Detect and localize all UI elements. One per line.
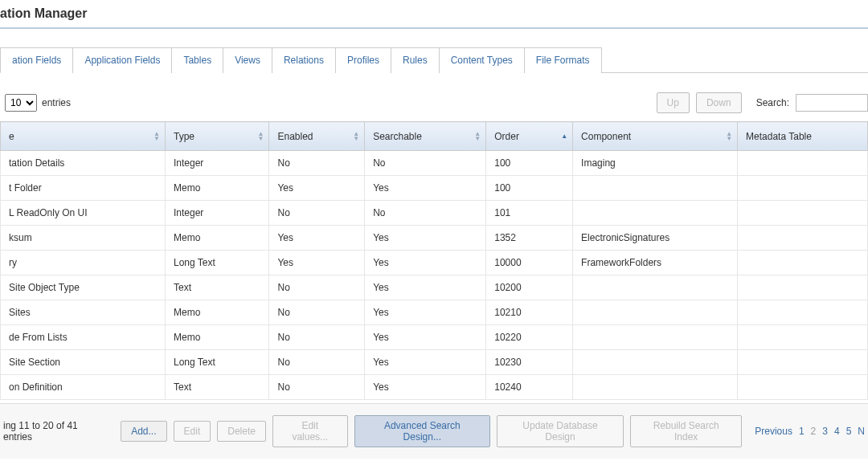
cell-searchable: Yes — [365, 275, 486, 300]
update-db-button[interactable]: Update Database Design — [497, 415, 624, 447]
search-input[interactable] — [796, 94, 868, 112]
cell-enabled: No — [269, 325, 365, 350]
pager-page-3[interactable]: 3 — [822, 426, 828, 437]
cell-name: tation Details — [1, 151, 166, 176]
search-label: Search: — [756, 97, 789, 108]
cell-enabled: Yes — [269, 251, 365, 275]
cell-type: Text — [166, 275, 269, 300]
cell-type: Text — [166, 375, 269, 400]
cell-order: 1352 — [486, 226, 573, 251]
table-row[interactable]: Site Object TypeTextNoYes10200 — [1, 275, 868, 300]
tab-tables[interactable]: Tables — [171, 47, 223, 73]
column-searchable[interactable]: Searchable▲▼ — [365, 122, 486, 151]
cell-searchable: No — [365, 151, 486, 176]
cell-component — [573, 275, 738, 300]
cell-name: ksum — [1, 226, 166, 251]
cell-component — [573, 201, 738, 226]
pager-page-2[interactable]: 2 — [811, 426, 817, 437]
cell-component — [573, 350, 738, 375]
table-row[interactable]: Site SectionLong TextNoYes10230 — [1, 350, 868, 375]
data-table: e▲▼Type▲▼Enabled▲▼Searchable▲▼Order▲Comp… — [0, 121, 868, 400]
delete-button[interactable]: Delete — [217, 421, 266, 442]
cell-component: Imaging — [573, 151, 738, 176]
cell-order: 10240 — [486, 375, 573, 400]
cell-name: Site Section — [1, 350, 166, 375]
cell-component — [573, 176, 738, 201]
pager-page-5[interactable]: 5 — [846, 426, 852, 437]
tab-content-types[interactable]: Content Types — [439, 47, 525, 73]
entries-label: entries — [42, 97, 71, 108]
cell-name: Sites — [1, 300, 166, 325]
table-row[interactable]: ryLong TextYesYes10000FrameworkFolders — [1, 251, 868, 275]
page-title: ation Manager — [0, 0, 868, 29]
table-row[interactable]: tation DetailsIntegerNoNo100Imaging — [1, 151, 868, 176]
tab-relations[interactable]: Relations — [272, 47, 336, 73]
cell-searchable: Yes — [365, 226, 486, 251]
edit-button[interactable]: Edit — [174, 421, 211, 442]
sort-icon: ▲▼ — [154, 132, 160, 141]
down-button[interactable]: Down — [696, 92, 742, 113]
sort-icon: ▲▼ — [258, 132, 264, 141]
pager-next[interactable]: N — [858, 426, 865, 437]
up-button[interactable]: Up — [657, 92, 690, 113]
cell-type: Memo — [166, 300, 269, 325]
cell-name: Site Object Type — [1, 275, 166, 300]
cell-order: 10210 — [486, 300, 573, 325]
cell-type: Long Text — [166, 251, 269, 275]
table-row[interactable]: de From ListsMemoNoYes10220 — [1, 325, 868, 350]
cell-enabled: No — [269, 300, 365, 325]
pager-previous[interactable]: Previous — [755, 426, 792, 437]
cell-enabled: Yes — [269, 226, 365, 251]
table-row[interactable]: ksumMemoYesYes1352ElectronicSignatures — [1, 226, 868, 251]
cell-searchable: Yes — [365, 325, 486, 350]
cell-searchable: Yes — [365, 350, 486, 375]
tab-ation-fields[interactable]: ation Fields — [0, 47, 73, 73]
cell-type: Memo — [166, 226, 269, 251]
table-row[interactable]: on DefinitionTextNoYes10240 — [1, 375, 868, 400]
cell-name: t Folder — [1, 176, 166, 201]
cell-meta — [738, 226, 868, 251]
pager-page-1[interactable]: 1 — [799, 426, 805, 437]
cell-type: Integer — [166, 151, 269, 176]
add-button[interactable]: Add... — [121, 421, 166, 442]
column-component[interactable]: Component▲▼ — [573, 122, 738, 151]
column-type[interactable]: Type▲▼ — [166, 122, 269, 151]
cell-enabled: No — [269, 350, 365, 375]
edit-values-button[interactable]: Edit values... — [272, 415, 348, 447]
tab-views[interactable]: Views — [223, 47, 272, 73]
column-e[interactable]: e▲▼ — [1, 122, 166, 151]
cell-type: Long Text — [166, 350, 269, 375]
cell-type: Integer — [166, 201, 269, 226]
tabs: ation FieldsApplication FieldsTablesView… — [0, 47, 868, 73]
pager-page-4[interactable]: 4 — [834, 426, 840, 437]
pager: Previous12345N — [755, 426, 865, 437]
column-order[interactable]: Order▲ — [486, 122, 573, 151]
tab-file-formats[interactable]: File Formats — [524, 47, 602, 73]
cell-type: Memo — [166, 325, 269, 350]
cell-order: 100 — [486, 151, 573, 176]
cell-meta — [738, 251, 868, 275]
table-row[interactable]: t FolderMemoYesYes100 — [1, 176, 868, 201]
cell-component — [573, 375, 738, 400]
tab-application-fields[interactable]: Application Fields — [72, 47, 172, 73]
sort-icon: ▲▼ — [474, 132, 481, 141]
cell-order: 100 — [486, 176, 573, 201]
advanced-search-button[interactable]: Advanced Search Design... — [354, 415, 490, 447]
tab-profiles[interactable]: Profiles — [335, 47, 391, 73]
cell-meta — [738, 375, 868, 400]
column-enabled[interactable]: Enabled▲▼ — [269, 122, 365, 151]
cell-meta — [738, 151, 868, 176]
table-row[interactable]: L ReadOnly On UIIntegerNoNo101 — [1, 201, 868, 226]
column-metadata-table[interactable]: Metadata Table — [738, 122, 868, 151]
cell-component: ElectronicSignatures — [573, 226, 738, 251]
table-row[interactable]: SitesMemoNoYes10210 — [1, 300, 868, 325]
sort-icon: ▲ — [561, 134, 567, 139]
rebuild-index-button[interactable]: Rebuild Search Index — [630, 415, 742, 447]
cell-enabled: No — [269, 201, 365, 226]
tab-rules[interactable]: Rules — [391, 47, 440, 73]
cell-meta — [738, 275, 868, 300]
cell-meta — [738, 300, 868, 325]
cell-name: de From Lists — [1, 325, 166, 350]
cell-name: ry — [1, 251, 166, 275]
entries-select[interactable]: 10 — [5, 94, 37, 112]
